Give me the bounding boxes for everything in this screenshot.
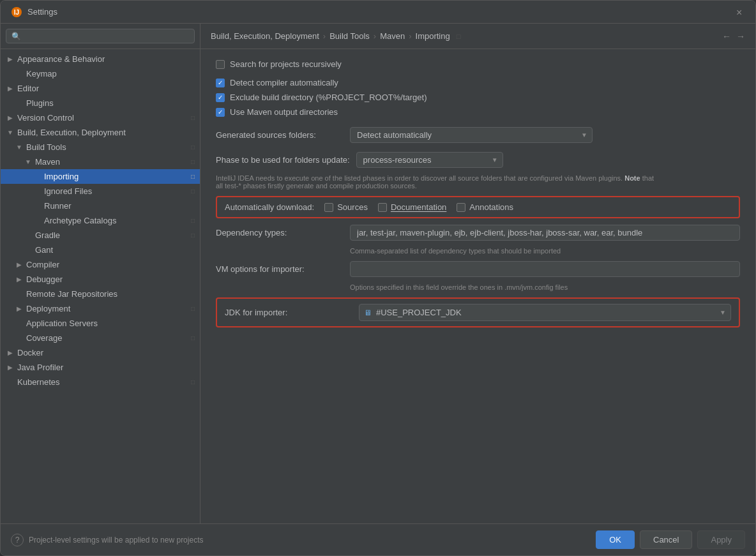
documentation-label[interactable]: Documentation xyxy=(391,202,446,212)
breadcrumb-part-3: Maven xyxy=(380,31,405,41)
sidebar-item-version-control[interactable]: ▶ Version Control □ xyxy=(1,110,200,125)
exclude-build-row: Exclude build directory (%PROJECT_ROOT%/… xyxy=(216,93,740,102)
nav-icons: ← → xyxy=(722,31,745,41)
use-maven-label[interactable]: Use Maven output directories xyxy=(230,107,338,117)
generated-sources-label: Generated sources folders: xyxy=(216,130,344,140)
use-maven-checkbox[interactable] xyxy=(216,108,225,117)
sidebar-item-ignored-files[interactable]: Ignored Files □ xyxy=(1,184,200,199)
sidebar-item-build-tools[interactable]: ▼ Build Tools □ xyxy=(1,140,200,154)
pin-icon: □ xyxy=(191,173,195,180)
sidebar-item-build-execution[interactable]: ▼ Build, Execution, Deployment xyxy=(1,125,200,140)
detect-compiler-label[interactable]: Detect compiler automatically xyxy=(230,78,338,87)
app-icon: IJ xyxy=(11,6,22,18)
title-bar-left: IJ Settings xyxy=(11,6,57,18)
sidebar-item-label: Docker xyxy=(17,348,195,357)
pin-icon: □ xyxy=(191,217,195,224)
svg-text:IJ: IJ xyxy=(14,9,19,16)
sidebar-item-kubernetes[interactable]: Kubernetes □ xyxy=(1,375,200,389)
sidebar-item-gradle[interactable]: Gradle □ xyxy=(1,228,200,243)
detect-compiler-checkbox[interactable] xyxy=(216,79,225,87)
sidebar-item-keymap[interactable]: Keymap xyxy=(1,66,200,81)
vm-options-input[interactable] xyxy=(350,261,740,277)
sidebar-item-label: Maven xyxy=(35,157,188,167)
sidebar-item-compiler[interactable]: ▶ Compiler xyxy=(1,257,200,272)
jdk-importer-select[interactable]: #USE_PROJECT_JDK Project SDK xyxy=(359,304,731,321)
sidebar-item-deployment[interactable]: ▶ Deployment □ xyxy=(1,301,200,316)
pin-icon: □ xyxy=(191,379,195,386)
jdk-importer-box: JDK for importer: 🖥 #USE_PROJECT_JDK Pro… xyxy=(216,297,740,327)
annotations-checkbox[interactable] xyxy=(457,203,465,212)
pin-icon: □ xyxy=(191,114,195,121)
sidebar-item-editor[interactable]: ▶ Editor xyxy=(1,81,200,96)
sidebar-item-coverage[interactable]: Coverage □ xyxy=(1,331,200,345)
vm-options-label: VM options for importer: xyxy=(216,264,344,274)
nav-forward-icon[interactable]: → xyxy=(736,31,745,41)
sidebar-item-label: Archetype Catalogs xyxy=(44,216,188,225)
apply-button[interactable]: Apply xyxy=(697,530,745,549)
ok-button[interactable]: OK xyxy=(596,530,635,549)
sidebar-item-label: Debugger xyxy=(26,274,195,284)
toggle-icon: ▶ xyxy=(6,114,15,121)
dependency-types-hint: Comma-separated list of dependency types… xyxy=(216,247,740,255)
dependency-types-input[interactable] xyxy=(350,225,740,241)
bottom-buttons: OK Cancel Apply xyxy=(596,530,745,549)
sidebar-item-label: Deployment xyxy=(26,304,188,313)
toggle-icon: ▼ xyxy=(24,158,33,165)
generated-sources-row: Generated sources folders: Detect automa… xyxy=(216,127,740,143)
sidebar-item-label: Runner xyxy=(44,201,195,211)
sidebar-item-label: Appearance & Behavior xyxy=(17,54,195,64)
search-box: 🔍 xyxy=(1,24,200,49)
sidebar-item-maven[interactable]: ▼ Maven □ xyxy=(1,154,200,169)
detect-compiler-row: Detect compiler automatically xyxy=(216,78,740,87)
sidebar-item-appearance[interactable]: ▶ Appearance & Behavior xyxy=(1,52,200,66)
toggle-icon: ▶ xyxy=(15,276,24,283)
sidebar-item-runner[interactable]: Runner xyxy=(1,199,200,213)
jdk-importer-label: JDK for importer: xyxy=(225,308,352,317)
search-icon: 🔍 xyxy=(11,32,21,41)
help-button[interactable]: ? xyxy=(11,534,24,546)
search-recursively-label[interactable]: Search for projects recursively xyxy=(230,59,342,69)
annotations-label[interactable]: Annotations xyxy=(469,202,513,212)
pin-icon: □ xyxy=(191,232,195,239)
phase-row: Phase to be used for folders update: pro… xyxy=(216,152,740,168)
auto-download-label: Automatically download: xyxy=(225,202,314,212)
toggle-icon: ▶ xyxy=(6,349,15,356)
breadcrumb-sep-3: › xyxy=(409,31,411,41)
sidebar-item-label: Remote Jar Repositories xyxy=(26,289,195,299)
exclude-build-label[interactable]: Exclude build directory (%PROJECT_ROOT%/… xyxy=(230,93,427,102)
sidebar-item-archetype-catalogs[interactable]: Archetype Catalogs □ xyxy=(1,213,200,228)
search-wrap: 🔍 xyxy=(6,29,195,43)
phase-hint-text: IntelliJ IDEA needs to execute one of th… xyxy=(216,174,624,182)
search-input[interactable] xyxy=(25,31,189,41)
sidebar-tree: ▶ Appearance & Behavior Keymap ▶ Editor … xyxy=(1,49,200,523)
pin-icon: □ xyxy=(191,334,195,342)
sidebar-item-plugins[interactable]: Plugins xyxy=(1,96,200,110)
sidebar-item-label: Gant xyxy=(35,245,195,255)
main-layout: 🔍 ▶ Appearance & Behavior Keymap ▶ xyxy=(1,24,755,523)
nav-back-icon[interactable]: ← xyxy=(722,31,731,41)
title-bar: IJ Settings × xyxy=(1,1,755,24)
sidebar-item-gant[interactable]: Gant xyxy=(1,243,200,257)
toggle-icon: ▶ xyxy=(15,305,24,312)
generated-sources-select[interactable]: Detect automatically Don't create Genera… xyxy=(350,127,593,143)
sidebar-item-remote-jar[interactable]: Remote Jar Repositories xyxy=(1,287,200,301)
sidebar-item-label: Ignored Files xyxy=(44,186,188,196)
sidebar-item-importing[interactable]: Importing □ xyxy=(1,169,200,184)
sources-label[interactable]: Sources xyxy=(337,202,368,212)
sources-checkbox[interactable] xyxy=(324,203,333,212)
phase-hint: IntelliJ IDEA needs to execute one of th… xyxy=(216,174,663,190)
sidebar-item-application-servers[interactable]: Application Servers xyxy=(1,316,200,331)
help-icon-label: ? xyxy=(15,536,20,545)
cancel-button[interactable]: Cancel xyxy=(640,530,692,549)
sidebar-item-docker[interactable]: ▶ Docker xyxy=(1,345,200,360)
sidebar-item-label: Gradle xyxy=(35,230,188,240)
documentation-checkbox[interactable] xyxy=(378,203,387,212)
search-recursively-checkbox[interactable] xyxy=(216,60,225,69)
phase-select[interactable]: process-resources generate-sources gener… xyxy=(356,152,503,168)
sidebar-item-debugger[interactable]: ▶ Debugger xyxy=(1,272,200,287)
exclude-build-checkbox[interactable] xyxy=(216,93,225,102)
close-button[interactable]: × xyxy=(736,8,745,17)
pin-icon: □ xyxy=(191,188,195,195)
settings-content: Search for projects recursively Detect c… xyxy=(200,49,755,523)
sidebar-item-java-profiler[interactable]: ▶ Java Profiler xyxy=(1,360,200,375)
